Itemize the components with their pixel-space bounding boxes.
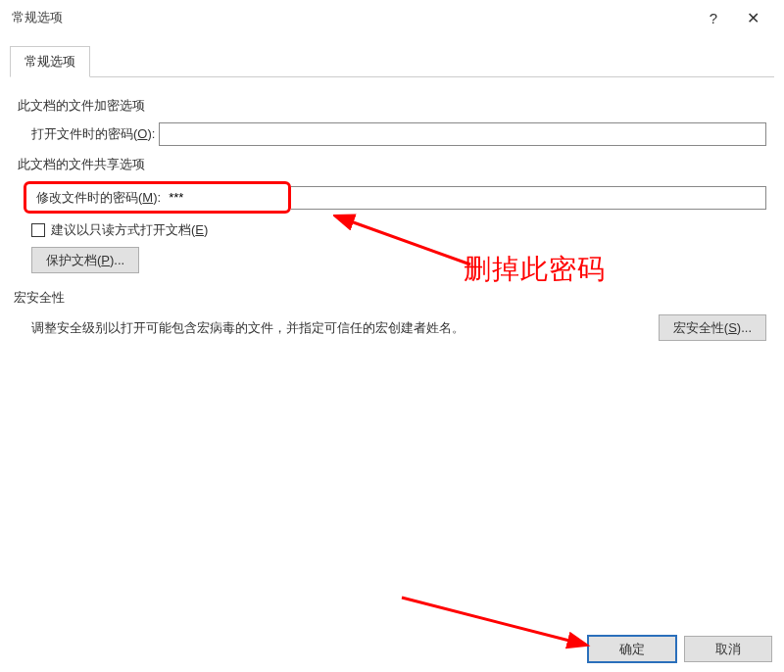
- readonly-checkbox[interactable]: [31, 223, 45, 237]
- dialog-footer: 确定 取消: [588, 636, 772, 662]
- macro-row: 调整安全级别以打开可能包含宏病毒的文件，并指定可信任的宏创建者姓名。 宏安全性(…: [18, 314, 766, 341]
- section-macro-label: 宏安全性: [14, 289, 766, 307]
- readonly-label: 建议以只读方式打开文档(E): [51, 221, 208, 239]
- readonly-row[interactable]: 建议以只读方式打开文档(E): [31, 221, 766, 239]
- section-share-label: 此文档的文件共享选项: [18, 156, 766, 173]
- modify-password-label: 修改文件时的密码(M):: [36, 189, 161, 207]
- close-button[interactable]: ✕: [733, 2, 772, 33]
- open-password-label: 打开文件时的密码(O):: [31, 125, 155, 143]
- modify-password-highlight: 修改文件时的密码(M):: [24, 181, 291, 214]
- svg-line-1: [402, 598, 573, 642]
- protect-document-button[interactable]: 保护文档(P)...: [31, 247, 139, 273]
- macro-description: 调整安全级别以打开可能包含宏病毒的文件，并指定可信任的宏创建者姓名。: [31, 319, 647, 337]
- section-encrypt-label: 此文档的文件加密选项: [18, 97, 766, 115]
- window-title: 常规选项: [12, 9, 694, 26]
- arrow-to-ok: [392, 588, 598, 656]
- modify-password-input-extension[interactable]: [291, 186, 766, 210]
- macro-security-button[interactable]: 宏安全性(S)...: [659, 314, 766, 341]
- ok-button[interactable]: 确定: [588, 636, 676, 662]
- titlebar: 常规选项 ? ✕: [0, 0, 784, 35]
- open-password-row: 打开文件时的密码(O):: [18, 122, 766, 146]
- open-password-input[interactable]: [159, 122, 766, 146]
- help-button[interactable]: ?: [694, 2, 733, 33]
- options-panel: 此文档的文件加密选项 打开文件时的密码(O): 此文档的文件共享选项 修改文件时…: [0, 77, 784, 351]
- modify-password-row: 修改文件时的密码(M):: [18, 181, 766, 214]
- cancel-button[interactable]: 取消: [684, 636, 772, 662]
- tab-general[interactable]: 常规选项: [10, 46, 90, 77]
- modify-password-input[interactable]: [165, 188, 282, 207]
- tab-strip: 常规选项: [10, 45, 774, 77]
